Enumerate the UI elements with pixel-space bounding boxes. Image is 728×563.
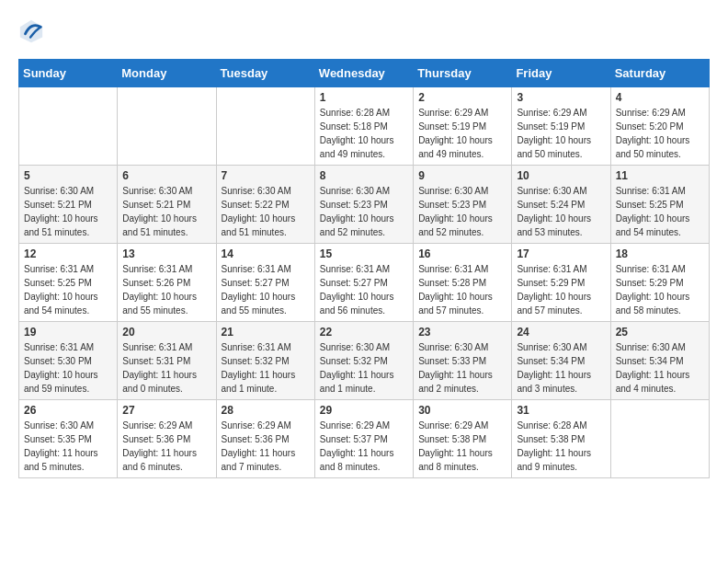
- day-info: Sunrise: 6:30 AM Sunset: 5:32 PM Dayligh…: [320, 340, 408, 396]
- day-info: Sunrise: 6:30 AM Sunset: 5:34 PM Dayligh…: [616, 340, 704, 396]
- day-number: 8: [320, 169, 408, 182]
- day-info: Sunrise: 6:31 AM Sunset: 5:30 PM Dayligh…: [24, 340, 112, 396]
- day-number: 3: [517, 91, 605, 104]
- calendar-table: SundayMondayTuesdayWednesdayThursdayFrid…: [18, 59, 710, 478]
- calendar-cell: 5Sunrise: 6:30 AM Sunset: 5:21 PM Daylig…: [19, 166, 118, 244]
- svg-marker-0: [20, 20, 42, 42]
- day-number: 7: [222, 169, 310, 182]
- calendar-cell: 3Sunrise: 6:29 AM Sunset: 5:19 PM Daylig…: [512, 87, 610, 166]
- week-row-1: 1Sunrise: 6:28 AM Sunset: 5:18 PM Daylig…: [19, 87, 710, 166]
- calendar-cell: 29Sunrise: 6:29 AM Sunset: 5:37 PM Dayli…: [314, 400, 413, 478]
- calendar-cell: 28Sunrise: 6:29 AM Sunset: 5:36 PM Dayli…: [216, 400, 314, 478]
- calendar-cell: 11Sunrise: 6:31 AM Sunset: 5:25 PM Dayli…: [610, 166, 709, 244]
- day-info: Sunrise: 6:31 AM Sunset: 5:25 PM Dayligh…: [24, 262, 112, 317]
- day-info: Sunrise: 6:30 AM Sunset: 5:23 PM Dayligh…: [418, 184, 506, 239]
- day-number: 11: [616, 169, 704, 182]
- calendar-cell: 21Sunrise: 6:31 AM Sunset: 5:32 PM Dayli…: [216, 322, 314, 400]
- day-info: Sunrise: 6:28 AM Sunset: 5:18 PM Dayligh…: [320, 106, 408, 161]
- day-info: Sunrise: 6:31 AM Sunset: 5:28 PM Dayligh…: [418, 262, 506, 317]
- day-number: 19: [24, 326, 112, 339]
- day-info: Sunrise: 6:30 AM Sunset: 5:24 PM Dayligh…: [517, 184, 605, 239]
- logo: [18, 18, 46, 44]
- day-number: 4: [616, 91, 704, 104]
- calendar-cell: 12Sunrise: 6:31 AM Sunset: 5:25 PM Dayli…: [19, 244, 118, 322]
- day-info: Sunrise: 6:31 AM Sunset: 5:32 PM Dayligh…: [222, 340, 310, 396]
- weekday-header-sunday: Sunday: [19, 60, 118, 87]
- day-number: 1: [320, 91, 408, 104]
- calendar-cell: 6Sunrise: 6:30 AM Sunset: 5:21 PM Daylig…: [118, 166, 216, 244]
- day-info: Sunrise: 6:29 AM Sunset: 5:38 PM Dayligh…: [418, 419, 506, 474]
- day-info: Sunrise: 6:31 AM Sunset: 5:27 PM Dayligh…: [320, 262, 408, 317]
- weekday-header-wednesday: Wednesday: [314, 60, 413, 87]
- page-header: [18, 18, 710, 44]
- calendar-cell: 2Sunrise: 6:29 AM Sunset: 5:19 PM Daylig…: [414, 87, 512, 166]
- day-number: 28: [222, 404, 310, 417]
- day-number: 18: [616, 247, 704, 260]
- day-number: 31: [517, 404, 605, 417]
- day-info: Sunrise: 6:28 AM Sunset: 5:38 PM Dayligh…: [517, 419, 605, 474]
- day-number: 14: [222, 247, 310, 260]
- day-number: 17: [517, 247, 605, 260]
- day-info: Sunrise: 6:31 AM Sunset: 5:29 PM Dayligh…: [517, 262, 605, 317]
- logo-icon: [18, 18, 44, 44]
- calendar-cell: 19Sunrise: 6:31 AM Sunset: 5:30 PM Dayli…: [19, 322, 118, 400]
- calendar-cell: 15Sunrise: 6:31 AM Sunset: 5:27 PM Dayli…: [314, 244, 413, 322]
- day-info: Sunrise: 6:30 AM Sunset: 5:33 PM Dayligh…: [418, 340, 506, 396]
- day-info: Sunrise: 6:30 AM Sunset: 5:22 PM Dayligh…: [222, 184, 310, 239]
- calendar-cell: 30Sunrise: 6:29 AM Sunset: 5:38 PM Dayli…: [414, 400, 512, 478]
- calendar-cell: [118, 87, 216, 166]
- weekday-header-friday: Friday: [512, 60, 610, 87]
- calendar-cell: 18Sunrise: 6:31 AM Sunset: 5:29 PM Dayli…: [610, 244, 709, 322]
- week-row-2: 5Sunrise: 6:30 AM Sunset: 5:21 PM Daylig…: [19, 166, 710, 244]
- day-number: 21: [222, 326, 310, 339]
- day-number: 25: [616, 326, 704, 339]
- calendar-cell: 27Sunrise: 6:29 AM Sunset: 5:36 PM Dayli…: [118, 400, 216, 478]
- day-number: 24: [517, 326, 605, 339]
- calendar-cell: 25Sunrise: 6:30 AM Sunset: 5:34 PM Dayli…: [610, 322, 709, 400]
- day-number: 9: [418, 169, 506, 182]
- day-info: Sunrise: 6:30 AM Sunset: 5:35 PM Dayligh…: [24, 419, 112, 474]
- calendar-cell: [610, 400, 709, 478]
- day-info: Sunrise: 6:30 AM Sunset: 5:21 PM Dayligh…: [24, 184, 112, 239]
- day-number: 16: [418, 247, 506, 260]
- calendar-cell: 20Sunrise: 6:31 AM Sunset: 5:31 PM Dayli…: [118, 322, 216, 400]
- calendar-cell: [19, 87, 118, 166]
- weekday-header-row: SundayMondayTuesdayWednesdayThursdayFrid…: [19, 60, 710, 87]
- day-info: Sunrise: 6:29 AM Sunset: 5:19 PM Dayligh…: [418, 106, 506, 161]
- day-info: Sunrise: 6:29 AM Sunset: 5:37 PM Dayligh…: [320, 419, 408, 474]
- calendar-cell: 13Sunrise: 6:31 AM Sunset: 5:26 PM Dayli…: [118, 244, 216, 322]
- day-number: 12: [24, 247, 112, 260]
- day-info: Sunrise: 6:29 AM Sunset: 5:20 PM Dayligh…: [616, 106, 704, 161]
- day-number: 2: [418, 91, 506, 104]
- day-number: 5: [24, 169, 112, 182]
- calendar-cell: 17Sunrise: 6:31 AM Sunset: 5:29 PM Dayli…: [512, 244, 610, 322]
- day-number: 15: [320, 247, 408, 260]
- day-number: 27: [122, 404, 210, 417]
- day-info: Sunrise: 6:31 AM Sunset: 5:26 PM Dayligh…: [122, 262, 210, 317]
- day-number: 6: [122, 169, 210, 182]
- calendar-cell: 10Sunrise: 6:30 AM Sunset: 5:24 PM Dayli…: [512, 166, 610, 244]
- day-info: Sunrise: 6:31 AM Sunset: 5:29 PM Dayligh…: [616, 262, 704, 317]
- day-number: 13: [122, 247, 210, 260]
- weekday-header-monday: Monday: [118, 60, 216, 87]
- calendar-cell: 26Sunrise: 6:30 AM Sunset: 5:35 PM Dayli…: [19, 400, 118, 478]
- calendar-cell: 4Sunrise: 6:29 AM Sunset: 5:20 PM Daylig…: [610, 87, 709, 166]
- day-number: 10: [517, 169, 605, 182]
- day-number: 23: [418, 326, 506, 339]
- calendar-cell: 1Sunrise: 6:28 AM Sunset: 5:18 PM Daylig…: [314, 87, 413, 166]
- weekday-header-saturday: Saturday: [610, 60, 709, 87]
- calendar-cell: 24Sunrise: 6:30 AM Sunset: 5:34 PM Dayli…: [512, 322, 610, 400]
- calendar-cell: 14Sunrise: 6:31 AM Sunset: 5:27 PM Dayli…: [216, 244, 314, 322]
- day-info: Sunrise: 6:29 AM Sunset: 5:19 PM Dayligh…: [517, 106, 605, 161]
- day-info: Sunrise: 6:31 AM Sunset: 5:25 PM Dayligh…: [616, 184, 704, 239]
- calendar-cell: 9Sunrise: 6:30 AM Sunset: 5:23 PM Daylig…: [414, 166, 512, 244]
- day-info: Sunrise: 6:31 AM Sunset: 5:27 PM Dayligh…: [222, 262, 310, 317]
- day-info: Sunrise: 6:30 AM Sunset: 5:34 PM Dayligh…: [517, 340, 605, 396]
- day-number: 22: [320, 326, 408, 339]
- calendar-cell: 8Sunrise: 6:30 AM Sunset: 5:23 PM Daylig…: [314, 166, 413, 244]
- day-number: 20: [122, 326, 210, 339]
- week-row-4: 19Sunrise: 6:31 AM Sunset: 5:30 PM Dayli…: [19, 322, 710, 400]
- weekday-header-tuesday: Tuesday: [216, 60, 314, 87]
- week-row-3: 12Sunrise: 6:31 AM Sunset: 5:25 PM Dayli…: [19, 244, 710, 322]
- day-info: Sunrise: 6:29 AM Sunset: 5:36 PM Dayligh…: [122, 419, 210, 474]
